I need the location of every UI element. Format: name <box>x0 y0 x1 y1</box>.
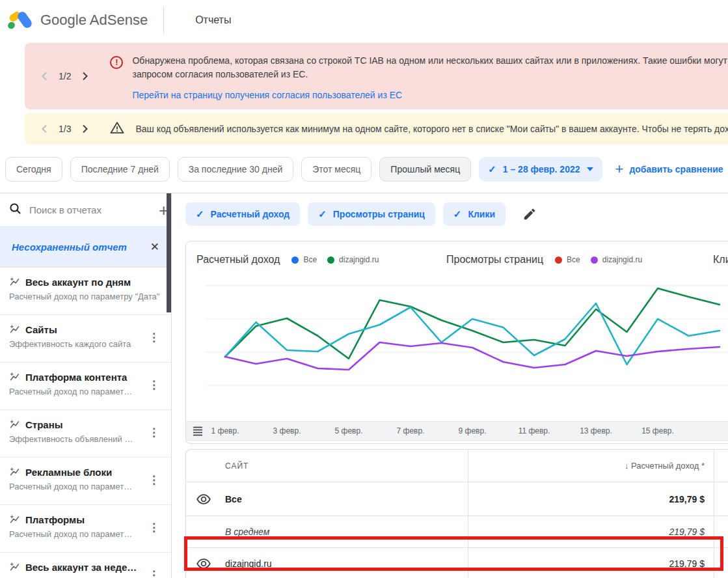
metric-chip-расчетный-доход[interactable]: ✓Расчетный доход <box>185 202 300 226</box>
report-item-subtitle: Расчетный доход по парамет… <box>9 529 165 539</box>
sidebar-report-item[interactable]: Весь аккаунт по днямРасчетный доход по п… <box>0 268 171 315</box>
report-item-title: Страны <box>9 419 165 430</box>
warning-banner: 1/3 Ваш код объявлений используется как … <box>25 113 728 144</box>
report-item-title-text: Весь аккаунт по дням <box>25 277 131 288</box>
prev-icon[interactable] <box>39 70 51 82</box>
sidebar-report-item[interactable]: СтраныЭффективность объявлений …⋮ <box>0 410 171 458</box>
next-icon[interactable] <box>79 123 90 135</box>
check-icon: ✓ <box>318 208 327 220</box>
report-item-title: Платформа контента <box>9 372 165 383</box>
legend-dot-icon <box>591 256 598 264</box>
report-insights-icon <box>9 372 20 383</box>
legend-label: dizajngid.ru <box>339 255 379 264</box>
report-item-title: Весь аккаунт по дням <box>9 277 165 288</box>
series-Клики <box>225 303 720 365</box>
report-item-title: Платформы <box>9 514 165 525</box>
legend-dot-icon <box>327 256 334 264</box>
sidebar-report-item[interactable]: ПлатформыРасчетный доход по парамет…⋮ <box>0 505 171 553</box>
table-row-dizajngid.ru[interactable]: dizajngid.ru219,79 $ <box>186 548 728 578</box>
visibility-toggle[interactable] <box>196 558 211 569</box>
chart-x-axis: 1 февр.3 февр.5 февр.7 февр.9 февр.11 фе… <box>186 421 728 441</box>
chart-panel-header: Просмотры страницВсеdizajngid.ru <box>446 254 653 266</box>
report-item-title-text: Весь аккаунт за неде… <box>25 562 137 573</box>
legend-label: Все <box>303 255 317 264</box>
revenue-column-header[interactable]: ↓ Расчетный доход * <box>468 461 714 471</box>
chevron-down-icon <box>587 167 593 171</box>
report-insights-icon <box>9 467 20 478</box>
warning-banner-pager: 1/3 <box>39 123 90 135</box>
error-banner-pager: 1/2 <box>39 70 90 82</box>
metric-chip-просмотры-страниц[interactable]: ✓Просмотры страниц <box>308 202 435 226</box>
sidebar-scrollbar[interactable] <box>167 193 171 312</box>
eye-icon[interactable] <box>196 494 211 504</box>
report-item-subtitle: Расчетный доход по парамет… <box>9 387 165 396</box>
date-filter-bar: СегодняПоследние 7 днейЗа последние 30 д… <box>5 157 723 182</box>
edit-metrics-icon[interactable] <box>522 207 537 221</box>
more-options-icon[interactable]: ⋮ <box>148 473 159 487</box>
sidebar-report-item[interactable]: СайтыЭффективность каждого сайта⋮ <box>0 315 171 363</box>
error-text-line1: Обнаружена проблема, которая связана со … <box>132 54 728 68</box>
more-options-icon[interactable]: ⋮ <box>148 378 159 392</box>
table-row-все[interactable]: Все219,79 $ <box>186 482 728 516</box>
header-divider <box>163 7 164 34</box>
page-title: Отчеты <box>195 14 231 26</box>
date-range-dropdown[interactable]: ✓ 1 – 28 февр. 2022 <box>479 157 602 182</box>
sort-desc-icon: ↓ <box>625 461 631 471</box>
date-chip-последние-7-дней[interactable]: Последние 7 дней <box>70 157 170 182</box>
more-options-icon[interactable]: ⋮ <box>148 521 159 534</box>
report-item-title-text: Платформы <box>25 514 85 525</box>
unsaved-report-label: Несохраненный отчет <box>12 241 127 253</box>
report-item-subtitle: Эффективность объявлений … <box>9 434 165 444</box>
chart-card: Расчетный доходВсеdizajngid.ruПросмотры … <box>185 241 728 444</box>
revenue-cell: 219,79 $ <box>468 527 714 537</box>
error-pagination: 1/2 <box>59 71 71 81</box>
more-options-icon[interactable]: ⋮ <box>148 331 159 344</box>
date-chip-прошлый-месяц[interactable]: Прошлый месяц <box>379 157 471 182</box>
x-axis-tick-label: 15 февр. <box>641 426 674 435</box>
eye-icon[interactable] <box>196 558 211 569</box>
error-icon: ! <box>110 56 123 69</box>
add-comparison-button[interactable]: + добавить сравнение <box>615 162 723 176</box>
metric-chips: ✓Расчетный доход✓Просмотры страниц✓Клики <box>185 202 506 226</box>
x-axis-tick-label: 1 февр. <box>211 426 239 435</box>
check-icon: ✓ <box>196 208 204 220</box>
adsense-logo-icon[interactable] <box>8 8 34 32</box>
date-chip-за-последние-30-дней[interactable]: За последние 30 дней <box>178 157 294 182</box>
date-chip-этот-месяц[interactable]: Этот месяц <box>301 157 371 182</box>
sidebar-report-item[interactable]: Весь аккаунт за неде…⋮ <box>0 553 171 578</box>
metric-chip-клики[interactable]: ✓Клики <box>443 202 506 226</box>
legend-item[interactable]: dizajngid.ru <box>327 255 379 264</box>
consent-page-link[interactable]: Перейти на страницу получения согласия п… <box>132 89 402 102</box>
chart-panel-title: Просмотры страниц <box>446 254 543 266</box>
report-item-title-text: Платформа контента <box>25 372 127 383</box>
prev-icon[interactable] <box>39 123 51 135</box>
date-chip-сегодня[interactable]: Сегодня <box>5 157 62 182</box>
table-row-в-среднем[interactable]: В среднем219,79 $ <box>186 516 728 548</box>
chart-panel-title: Клики <box>713 254 728 266</box>
warning-pagination: 1/3 <box>59 124 71 134</box>
check-icon: ✓ <box>488 163 496 175</box>
x-axis-tick-label: 5 февр. <box>335 426 363 435</box>
site-name-cell: В среднем <box>186 527 468 537</box>
close-icon[interactable]: ✕ <box>150 240 159 254</box>
unsaved-report-banner[interactable]: Несохраненный отчет ✕ <box>0 227 171 268</box>
legend-item[interactable]: Все <box>291 255 317 264</box>
more-options-icon[interactable]: ⋮ <box>148 426 159 439</box>
more-options-icon[interactable]: ⋮ <box>148 568 159 578</box>
search-input[interactable] <box>29 204 159 215</box>
legend-label: Все <box>567 255 580 264</box>
sidebar-report-item[interactable]: Рекламные блокиРасчетный доход по параме… <box>0 458 171 505</box>
x-axis-tick-label: 11 февр. <box>519 426 550 435</box>
next-icon[interactable] <box>79 70 90 82</box>
legend-item[interactable]: Все <box>555 255 580 264</box>
table-header-row: САЙТ ↓ Расчетный доход * <box>186 450 728 482</box>
legend-item[interactable]: dizajngid.ru <box>591 255 642 264</box>
report-item-subtitle: Расчетный доход по парамет… <box>9 482 165 491</box>
metric-chip-label: Клики <box>468 209 495 219</box>
report-item-title-text: Рекламные блоки <box>25 467 112 478</box>
visibility-toggle[interactable] <box>196 494 211 504</box>
chart-panel-header: Расчетный доходВсеdizajngid.ru <box>196 254 389 266</box>
x-axis-tick-label: 9 февр. <box>459 426 487 435</box>
sidebar-report-item[interactable]: Платформа контентаРасчетный доход по пар… <box>0 363 171 410</box>
warning-text: Ваш код объявлений используется как мини… <box>135 124 728 134</box>
